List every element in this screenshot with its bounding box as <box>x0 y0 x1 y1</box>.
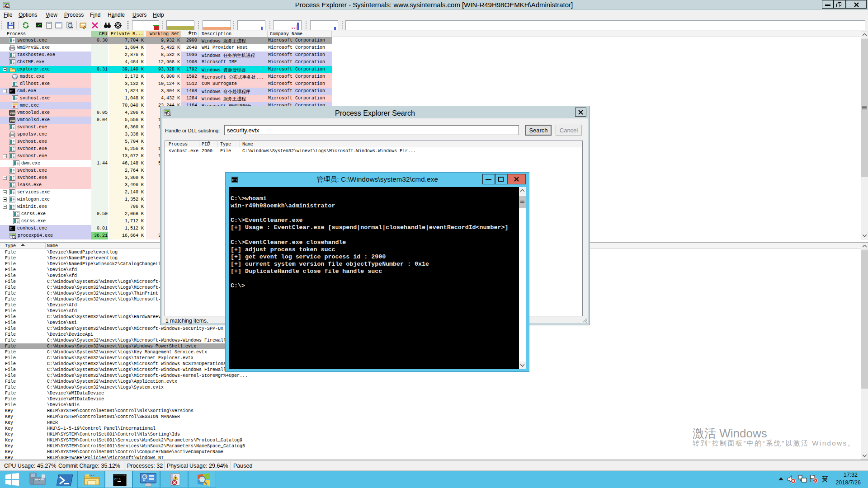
svg-text:C:\: C:\ <box>114 477 121 481</box>
svg-text:C:: C: <box>10 89 14 93</box>
svg-text:vm: vm <box>10 111 15 115</box>
svg-text:C:: C: <box>10 227 14 230</box>
svg-text:vm: vm <box>10 118 15 122</box>
